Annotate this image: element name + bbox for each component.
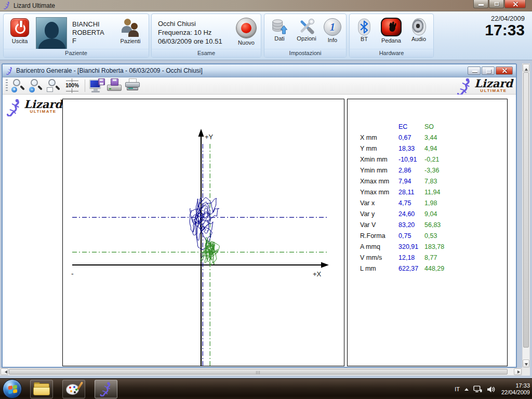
stats-cell-label: L mm [360,265,398,272]
plus-badge-icon: + [11,87,17,92]
main-window-title: Lizard Ultimate [14,2,55,9]
client-logo-lizard-icon [5,99,23,116]
stats-row: A mmq320,91183,78 [360,241,454,252]
bt-button[interactable]: BT [354,18,375,42]
new-exam-button[interactable]: Nuovo [234,18,259,46]
child-window: Baricentro Generale - [Bianchi Roberta -… [2,63,517,368]
patient-firstname: ROBERTA [72,29,104,37]
scroll-right-button[interactable] [514,368,522,375]
stats-row: L mm622,37448,29 [360,263,454,274]
zoom-out-button[interactable]: - [29,78,44,93]
taskbar-lizard-button[interactable] [95,380,117,398]
stats-cell-ec: 320,91 [398,243,424,250]
client-logo: Lizard ULTIMATE [5,99,62,116]
group-label-esame: Esame [152,49,261,57]
tray-time: 17:33 [501,382,530,389]
zoom-area-button[interactable] [46,78,62,93]
stats-cell-ec: 4,75 [398,200,424,207]
patient-surname: BIANCHI [72,20,104,29]
ribbon-time: 17:33 [485,22,525,38]
ribbon-toolbar: Uscita BIANCHI ROBERTA F Pazienti Pazien… [0,11,532,60]
stats-cell-label: X mm [360,134,398,141]
group-label-hardware: Hardware [350,49,433,57]
start-button[interactable] [3,379,22,398]
main-window-titlebar: Lizard Ultimate [0,0,532,11]
copy-to-screen-button[interactable] [89,78,105,93]
floppy-save-icon [111,78,118,86]
logo-name: Lizard [474,78,513,89]
stats-cell-so: 0,53 [424,232,454,240]
dati-button[interactable]: Dati [268,18,291,42]
toolbar-grip[interactable] [6,79,8,92]
info-button[interactable]: 1 Info [322,18,343,43]
opzioni-button[interactable]: Opzioni [294,18,320,42]
stats-cell-so: 1,98 [424,200,454,207]
stats-row: Ymax mm28,1111,94 [360,187,454,197]
stats-cell-ec: 24,60 [398,210,424,218]
svg-text:-: - [71,270,74,278]
scrollbar-corner [522,368,530,376]
stats-cell-so: 183,78 [424,243,454,250]
child-maximize-button[interactable] [482,66,495,75]
horizontal-scrollbar[interactable] [0,368,522,376]
minimize-button[interactable] [473,0,488,8]
stats-cell-ec: 2,86 [398,167,424,174]
show-hidden-icons-button[interactable] [464,386,469,391]
info-label: Info [322,37,343,43]
tools-icon [298,18,315,35]
exam-type: Occhi Chiusi [158,19,222,28]
taskbar-explorer-button[interactable] [30,380,53,398]
patients-button[interactable]: Pazienti [116,18,144,44]
stats-row: Xmax mm7,947,83 [360,176,454,187]
hscroll-thumb[interactable] [9,369,508,375]
vscroll-thumb[interactable] [523,72,529,348]
exit-button[interactable]: Uscita [8,18,32,44]
zoom-in-button[interactable]: + [11,78,26,93]
taskbar-paint-button[interactable] [62,380,85,398]
stats-cell-label: Var y [360,210,398,218]
stats-cell-so: -3,36 [424,167,454,174]
exam-info: Occhi Chiusi Frequenza: 10 Hz 06/03/2009… [158,19,222,46]
stats-row: Xmin mm-10,91-0,21 [360,154,454,165]
scroll-down-button[interactable] [523,360,529,367]
stats-row: Y mm18,334,94 [360,143,454,154]
opzioni-label: Opzioni [294,35,320,42]
stats-cell-ec: 18,33 [398,145,424,152]
vertical-scrollbar[interactable] [522,63,530,368]
stats-row: X mm0,673,44 [360,132,454,143]
stats-cell-label: A mmq [360,243,398,250]
language-indicator[interactable]: IT [455,386,460,392]
save-image-button[interactable] [107,78,123,93]
network-icon[interactable] [473,385,482,393]
stats-cell-so: 11,94 [424,189,454,196]
stats-cell-so: 4,94 [424,145,454,152]
restore-button[interactable] [489,0,504,8]
ribbon-clock: 22/04/2009 17:33 [485,15,525,38]
zoom-100-button[interactable]: 100% [64,78,81,93]
scroll-left-button[interactable] [1,368,8,375]
new-exam-label: Nuovo [234,39,259,46]
volume-icon[interactable] [487,385,496,393]
stats-header-so: SO [424,123,454,130]
audio-button[interactable]: Audio [408,18,430,42]
minus-badge-icon: - [29,87,35,92]
dati-label: Dati [268,35,291,42]
child-window-title: Baricentro Generale - [Bianchi Roberta -… [16,67,467,74]
desktop: Lizard Ultimate Uscita BIANCHI ROBERTA F [0,0,532,399]
close-button[interactable] [504,0,526,8]
pedana-button[interactable]: Pedana [378,18,405,44]
tray-clock[interactable]: 17:33 22/04/2009 [501,382,530,396]
child-close-button[interactable] [496,66,513,75]
scroll-up-button[interactable] [523,64,529,72]
restore-icon [495,2,499,6]
group-label-paziente: Paziente [4,49,149,57]
child-minimize-button[interactable] [468,66,481,75]
stats-cell-label: Ymin mm [360,167,398,174]
stats-cell-ec: 622,37 [398,265,424,272]
chart-svg: +Y+X- [63,99,344,366]
stats-cell-so: 9,04 [424,210,454,218]
statokinesigram-panel: +Y+X- [62,99,344,366]
child-toolbar: + - 100% [3,77,516,95]
bt-label: BT [354,36,375,42]
print-button[interactable] [125,78,140,93]
